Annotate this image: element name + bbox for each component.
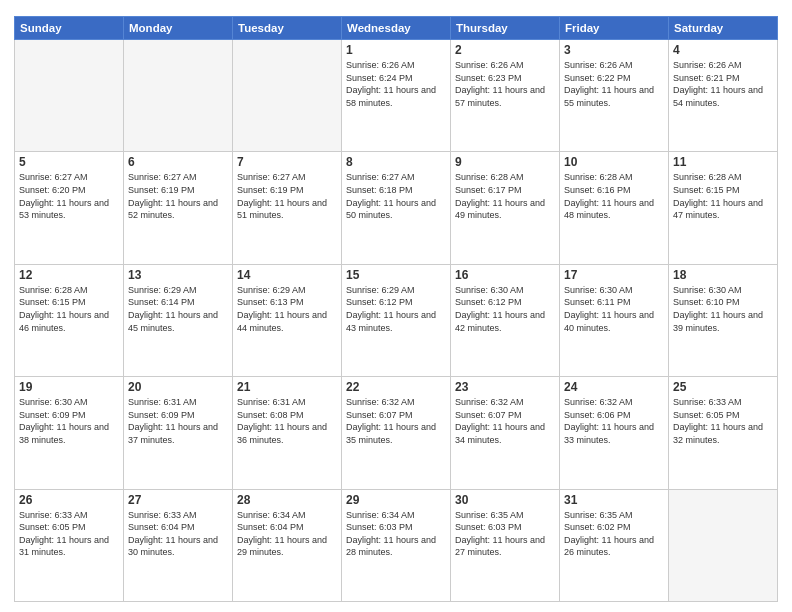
calendar-cell: 12Sunrise: 6:28 AM Sunset: 6:15 PM Dayli…	[15, 264, 124, 376]
day-number: 1	[346, 43, 446, 57]
day-number: 13	[128, 268, 228, 282]
calendar-cell: 11Sunrise: 6:28 AM Sunset: 6:15 PM Dayli…	[669, 152, 778, 264]
day-number: 26	[19, 493, 119, 507]
day-number: 25	[673, 380, 773, 394]
cell-text: Sunrise: 6:34 AM Sunset: 6:04 PM Dayligh…	[237, 509, 337, 559]
cell-text: Sunrise: 6:34 AM Sunset: 6:03 PM Dayligh…	[346, 509, 446, 559]
day-number: 23	[455, 380, 555, 394]
cell-text: Sunrise: 6:29 AM Sunset: 6:12 PM Dayligh…	[346, 284, 446, 334]
day-number: 28	[237, 493, 337, 507]
calendar-cell: 30Sunrise: 6:35 AM Sunset: 6:03 PM Dayli…	[451, 489, 560, 601]
calendar-cell: 5Sunrise: 6:27 AM Sunset: 6:20 PM Daylig…	[15, 152, 124, 264]
cell-text: Sunrise: 6:29 AM Sunset: 6:14 PM Dayligh…	[128, 284, 228, 334]
cell-text: Sunrise: 6:27 AM Sunset: 6:19 PM Dayligh…	[237, 171, 337, 221]
calendar-cell: 31Sunrise: 6:35 AM Sunset: 6:02 PM Dayli…	[560, 489, 669, 601]
calendar-cell: 21Sunrise: 6:31 AM Sunset: 6:08 PM Dayli…	[233, 377, 342, 489]
calendar-cell: 19Sunrise: 6:30 AM Sunset: 6:09 PM Dayli…	[15, 377, 124, 489]
cell-text: Sunrise: 6:28 AM Sunset: 6:15 PM Dayligh…	[19, 284, 119, 334]
calendar-cell: 22Sunrise: 6:32 AM Sunset: 6:07 PM Dayli…	[342, 377, 451, 489]
calendar-cell: 28Sunrise: 6:34 AM Sunset: 6:04 PM Dayli…	[233, 489, 342, 601]
day-number: 12	[19, 268, 119, 282]
day-number: 18	[673, 268, 773, 282]
calendar-cell: 13Sunrise: 6:29 AM Sunset: 6:14 PM Dayli…	[124, 264, 233, 376]
day-number: 31	[564, 493, 664, 507]
calendar-cell: 6Sunrise: 6:27 AM Sunset: 6:19 PM Daylig…	[124, 152, 233, 264]
calendar-cell: 25Sunrise: 6:33 AM Sunset: 6:05 PM Dayli…	[669, 377, 778, 489]
cell-text: Sunrise: 6:30 AM Sunset: 6:11 PM Dayligh…	[564, 284, 664, 334]
calendar-cell: 27Sunrise: 6:33 AM Sunset: 6:04 PM Dayli…	[124, 489, 233, 601]
day-number: 4	[673, 43, 773, 57]
day-number: 21	[237, 380, 337, 394]
cell-text: Sunrise: 6:30 AM Sunset: 6:10 PM Dayligh…	[673, 284, 773, 334]
calendar-cell: 18Sunrise: 6:30 AM Sunset: 6:10 PM Dayli…	[669, 264, 778, 376]
weekday-header: Thursday	[451, 17, 560, 40]
cell-text: Sunrise: 6:28 AM Sunset: 6:15 PM Dayligh…	[673, 171, 773, 221]
calendar-cell: 26Sunrise: 6:33 AM Sunset: 6:05 PM Dayli…	[15, 489, 124, 601]
weekday-header: Sunday	[15, 17, 124, 40]
day-number: 15	[346, 268, 446, 282]
cell-text: Sunrise: 6:35 AM Sunset: 6:02 PM Dayligh…	[564, 509, 664, 559]
day-number: 30	[455, 493, 555, 507]
day-number: 29	[346, 493, 446, 507]
day-number: 11	[673, 155, 773, 169]
day-number: 9	[455, 155, 555, 169]
calendar-cell: 17Sunrise: 6:30 AM Sunset: 6:11 PM Dayli…	[560, 264, 669, 376]
weekday-header: Wednesday	[342, 17, 451, 40]
cell-text: Sunrise: 6:26 AM Sunset: 6:23 PM Dayligh…	[455, 59, 555, 109]
cell-text: Sunrise: 6:27 AM Sunset: 6:18 PM Dayligh…	[346, 171, 446, 221]
page: General Blue SundayMondayTuesdayWednesda…	[0, 0, 792, 612]
day-number: 14	[237, 268, 337, 282]
weekday-header: Saturday	[669, 17, 778, 40]
day-number: 5	[19, 155, 119, 169]
calendar-cell: 16Sunrise: 6:30 AM Sunset: 6:12 PM Dayli…	[451, 264, 560, 376]
calendar-cell	[233, 40, 342, 152]
calendar-cell: 24Sunrise: 6:32 AM Sunset: 6:06 PM Dayli…	[560, 377, 669, 489]
cell-text: Sunrise: 6:33 AM Sunset: 6:05 PM Dayligh…	[673, 396, 773, 446]
cell-text: Sunrise: 6:28 AM Sunset: 6:17 PM Dayligh…	[455, 171, 555, 221]
calendar-cell: 15Sunrise: 6:29 AM Sunset: 6:12 PM Dayli…	[342, 264, 451, 376]
calendar-cell: 8Sunrise: 6:27 AM Sunset: 6:18 PM Daylig…	[342, 152, 451, 264]
calendar-cell: 9Sunrise: 6:28 AM Sunset: 6:17 PM Daylig…	[451, 152, 560, 264]
day-number: 7	[237, 155, 337, 169]
day-number: 2	[455, 43, 555, 57]
day-number: 24	[564, 380, 664, 394]
cell-text: Sunrise: 6:33 AM Sunset: 6:04 PM Dayligh…	[128, 509, 228, 559]
day-number: 17	[564, 268, 664, 282]
cell-text: Sunrise: 6:31 AM Sunset: 6:09 PM Dayligh…	[128, 396, 228, 446]
day-number: 22	[346, 380, 446, 394]
calendar-cell	[669, 489, 778, 601]
cell-text: Sunrise: 6:29 AM Sunset: 6:13 PM Dayligh…	[237, 284, 337, 334]
day-number: 16	[455, 268, 555, 282]
cell-text: Sunrise: 6:32 AM Sunset: 6:07 PM Dayligh…	[455, 396, 555, 446]
day-number: 20	[128, 380, 228, 394]
day-number: 6	[128, 155, 228, 169]
cell-text: Sunrise: 6:33 AM Sunset: 6:05 PM Dayligh…	[19, 509, 119, 559]
cell-text: Sunrise: 6:28 AM Sunset: 6:16 PM Dayligh…	[564, 171, 664, 221]
calendar-cell: 20Sunrise: 6:31 AM Sunset: 6:09 PM Dayli…	[124, 377, 233, 489]
calendar-cell: 3Sunrise: 6:26 AM Sunset: 6:22 PM Daylig…	[560, 40, 669, 152]
calendar-cell: 14Sunrise: 6:29 AM Sunset: 6:13 PM Dayli…	[233, 264, 342, 376]
day-number: 27	[128, 493, 228, 507]
day-number: 8	[346, 155, 446, 169]
weekday-header: Monday	[124, 17, 233, 40]
cell-text: Sunrise: 6:30 AM Sunset: 6:09 PM Dayligh…	[19, 396, 119, 446]
calendar-cell: 29Sunrise: 6:34 AM Sunset: 6:03 PM Dayli…	[342, 489, 451, 601]
cell-text: Sunrise: 6:35 AM Sunset: 6:03 PM Dayligh…	[455, 509, 555, 559]
calendar-cell: 7Sunrise: 6:27 AM Sunset: 6:19 PM Daylig…	[233, 152, 342, 264]
calendar-cell	[15, 40, 124, 152]
calendar-cell: 10Sunrise: 6:28 AM Sunset: 6:16 PM Dayli…	[560, 152, 669, 264]
cell-text: Sunrise: 6:32 AM Sunset: 6:07 PM Dayligh…	[346, 396, 446, 446]
weekday-header: Tuesday	[233, 17, 342, 40]
calendar-cell: 2Sunrise: 6:26 AM Sunset: 6:23 PM Daylig…	[451, 40, 560, 152]
cell-text: Sunrise: 6:32 AM Sunset: 6:06 PM Dayligh…	[564, 396, 664, 446]
calendar-cell	[124, 40, 233, 152]
cell-text: Sunrise: 6:31 AM Sunset: 6:08 PM Dayligh…	[237, 396, 337, 446]
day-number: 10	[564, 155, 664, 169]
cell-text: Sunrise: 6:27 AM Sunset: 6:20 PM Dayligh…	[19, 171, 119, 221]
cell-text: Sunrise: 6:26 AM Sunset: 6:24 PM Dayligh…	[346, 59, 446, 109]
cell-text: Sunrise: 6:26 AM Sunset: 6:22 PM Dayligh…	[564, 59, 664, 109]
calendar-cell: 1Sunrise: 6:26 AM Sunset: 6:24 PM Daylig…	[342, 40, 451, 152]
cell-text: Sunrise: 6:26 AM Sunset: 6:21 PM Dayligh…	[673, 59, 773, 109]
calendar-table: SundayMondayTuesdayWednesdayThursdayFrid…	[14, 16, 778, 602]
calendar-cell: 23Sunrise: 6:32 AM Sunset: 6:07 PM Dayli…	[451, 377, 560, 489]
